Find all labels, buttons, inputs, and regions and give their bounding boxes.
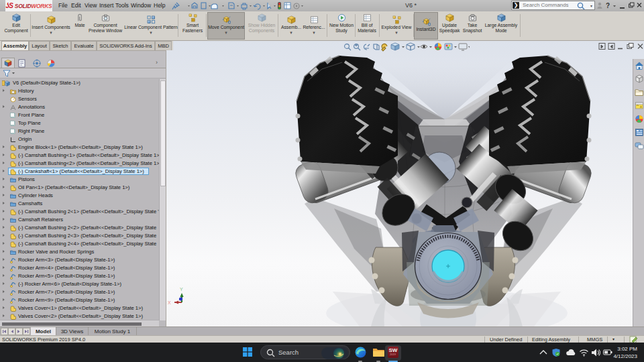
svg-text:?: ? bbox=[606, 2, 610, 9]
svg-text:Y: Y bbox=[180, 287, 183, 292]
svg-text:X: X bbox=[168, 300, 171, 305]
